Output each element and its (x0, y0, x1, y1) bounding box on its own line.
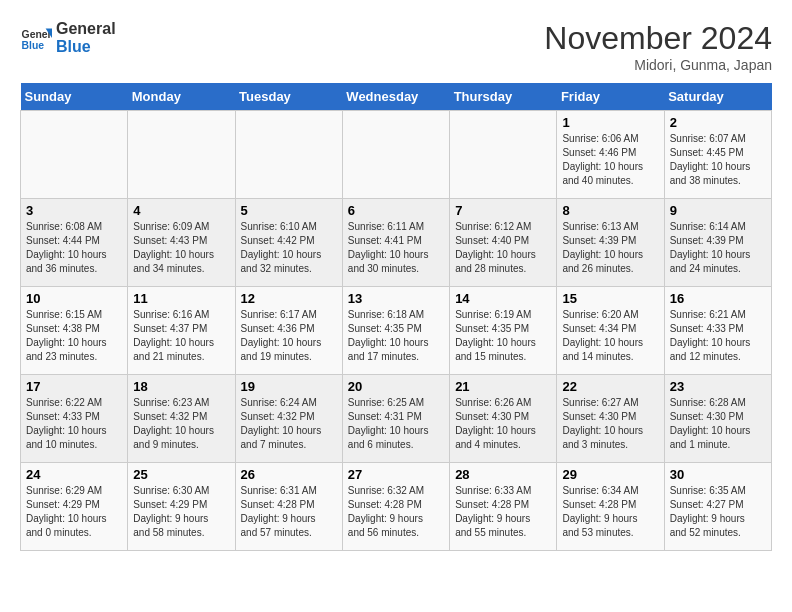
logo-line2: Blue (56, 38, 116, 56)
day-number: 25 (133, 467, 229, 482)
day-number: 6 (348, 203, 444, 218)
day-info: Sunrise: 6:30 AM Sunset: 4:29 PM Dayligh… (133, 484, 229, 540)
calendar-cell: 4Sunrise: 6:09 AM Sunset: 4:43 PM Daylig… (128, 199, 235, 287)
day-info: Sunrise: 6:31 AM Sunset: 4:28 PM Dayligh… (241, 484, 337, 540)
day-info: Sunrise: 6:27 AM Sunset: 4:30 PM Dayligh… (562, 396, 658, 452)
calendar-cell: 25Sunrise: 6:30 AM Sunset: 4:29 PM Dayli… (128, 463, 235, 551)
calendar-cell (450, 111, 557, 199)
day-number: 23 (670, 379, 766, 394)
day-number: 30 (670, 467, 766, 482)
logo-line1: General (56, 20, 116, 38)
calendar-week-2: 3Sunrise: 6:08 AM Sunset: 4:44 PM Daylig… (21, 199, 772, 287)
day-number: 16 (670, 291, 766, 306)
calendar-cell: 10Sunrise: 6:15 AM Sunset: 4:38 PM Dayli… (21, 287, 128, 375)
day-info: Sunrise: 6:35 AM Sunset: 4:27 PM Dayligh… (670, 484, 766, 540)
calendar-cell: 9Sunrise: 6:14 AM Sunset: 4:39 PM Daylig… (664, 199, 771, 287)
day-info: Sunrise: 6:13 AM Sunset: 4:39 PM Dayligh… (562, 220, 658, 276)
day-number: 9 (670, 203, 766, 218)
calendar-cell: 2Sunrise: 6:07 AM Sunset: 4:45 PM Daylig… (664, 111, 771, 199)
calendar-cell (128, 111, 235, 199)
day-info: Sunrise: 6:10 AM Sunset: 4:42 PM Dayligh… (241, 220, 337, 276)
calendar-cell: 14Sunrise: 6:19 AM Sunset: 4:35 PM Dayli… (450, 287, 557, 375)
day-info: Sunrise: 6:16 AM Sunset: 4:37 PM Dayligh… (133, 308, 229, 364)
day-number: 18 (133, 379, 229, 394)
day-info: Sunrise: 6:09 AM Sunset: 4:43 PM Dayligh… (133, 220, 229, 276)
calendar-cell: 6Sunrise: 6:11 AM Sunset: 4:41 PM Daylig… (342, 199, 449, 287)
day-info: Sunrise: 6:14 AM Sunset: 4:39 PM Dayligh… (670, 220, 766, 276)
calendar-cell: 18Sunrise: 6:23 AM Sunset: 4:32 PM Dayli… (128, 375, 235, 463)
day-number: 10 (26, 291, 122, 306)
day-info: Sunrise: 6:34 AM Sunset: 4:28 PM Dayligh… (562, 484, 658, 540)
day-number: 13 (348, 291, 444, 306)
weekday-header-monday: Monday (128, 83, 235, 111)
day-info: Sunrise: 6:23 AM Sunset: 4:32 PM Dayligh… (133, 396, 229, 452)
day-number: 12 (241, 291, 337, 306)
day-number: 3 (26, 203, 122, 218)
day-number: 24 (26, 467, 122, 482)
location: Midori, Gunma, Japan (544, 57, 772, 73)
calendar-cell (235, 111, 342, 199)
day-info: Sunrise: 6:28 AM Sunset: 4:30 PM Dayligh… (670, 396, 766, 452)
day-info: Sunrise: 6:20 AM Sunset: 4:34 PM Dayligh… (562, 308, 658, 364)
day-info: Sunrise: 6:06 AM Sunset: 4:46 PM Dayligh… (562, 132, 658, 188)
calendar-week-5: 24Sunrise: 6:29 AM Sunset: 4:29 PM Dayli… (21, 463, 772, 551)
day-number: 14 (455, 291, 551, 306)
weekday-header-thursday: Thursday (450, 83, 557, 111)
day-number: 17 (26, 379, 122, 394)
calendar-cell: 27Sunrise: 6:32 AM Sunset: 4:28 PM Dayli… (342, 463, 449, 551)
day-number: 19 (241, 379, 337, 394)
calendar-cell: 12Sunrise: 6:17 AM Sunset: 4:36 PM Dayli… (235, 287, 342, 375)
calendar-cell: 23Sunrise: 6:28 AM Sunset: 4:30 PM Dayli… (664, 375, 771, 463)
calendar-week-3: 10Sunrise: 6:15 AM Sunset: 4:38 PM Dayli… (21, 287, 772, 375)
day-number: 29 (562, 467, 658, 482)
calendar-cell: 16Sunrise: 6:21 AM Sunset: 4:33 PM Dayli… (664, 287, 771, 375)
calendar-cell: 13Sunrise: 6:18 AM Sunset: 4:35 PM Dayli… (342, 287, 449, 375)
day-number: 1 (562, 115, 658, 130)
calendar-cell: 8Sunrise: 6:13 AM Sunset: 4:39 PM Daylig… (557, 199, 664, 287)
weekday-row: SundayMondayTuesdayWednesdayThursdayFrid… (21, 83, 772, 111)
weekday-header-tuesday: Tuesday (235, 83, 342, 111)
day-number: 2 (670, 115, 766, 130)
calendar-cell (342, 111, 449, 199)
day-info: Sunrise: 6:11 AM Sunset: 4:41 PM Dayligh… (348, 220, 444, 276)
day-info: Sunrise: 6:26 AM Sunset: 4:30 PM Dayligh… (455, 396, 551, 452)
weekday-header-friday: Friday (557, 83, 664, 111)
calendar-cell: 30Sunrise: 6:35 AM Sunset: 4:27 PM Dayli… (664, 463, 771, 551)
day-info: Sunrise: 6:08 AM Sunset: 4:44 PM Dayligh… (26, 220, 122, 276)
calendar-cell: 11Sunrise: 6:16 AM Sunset: 4:37 PM Dayli… (128, 287, 235, 375)
day-number: 8 (562, 203, 658, 218)
day-number: 20 (348, 379, 444, 394)
calendar-cell: 26Sunrise: 6:31 AM Sunset: 4:28 PM Dayli… (235, 463, 342, 551)
page-header: General Blue General Blue November 2024 … (20, 20, 772, 73)
calendar-week-4: 17Sunrise: 6:22 AM Sunset: 4:33 PM Dayli… (21, 375, 772, 463)
month-title: November 2024 (544, 20, 772, 57)
day-number: 21 (455, 379, 551, 394)
day-info: Sunrise: 6:19 AM Sunset: 4:35 PM Dayligh… (455, 308, 551, 364)
day-info: Sunrise: 6:25 AM Sunset: 4:31 PM Dayligh… (348, 396, 444, 452)
calendar-cell: 20Sunrise: 6:25 AM Sunset: 4:31 PM Dayli… (342, 375, 449, 463)
day-info: Sunrise: 6:29 AM Sunset: 4:29 PM Dayligh… (26, 484, 122, 540)
calendar-cell: 3Sunrise: 6:08 AM Sunset: 4:44 PM Daylig… (21, 199, 128, 287)
calendar-cell: 21Sunrise: 6:26 AM Sunset: 4:30 PM Dayli… (450, 375, 557, 463)
calendar-cell: 19Sunrise: 6:24 AM Sunset: 4:32 PM Dayli… (235, 375, 342, 463)
day-info: Sunrise: 6:22 AM Sunset: 4:33 PM Dayligh… (26, 396, 122, 452)
title-block: November 2024 Midori, Gunma, Japan (544, 20, 772, 73)
calendar-cell: 7Sunrise: 6:12 AM Sunset: 4:40 PM Daylig… (450, 199, 557, 287)
calendar-cell (21, 111, 128, 199)
day-info: Sunrise: 6:33 AM Sunset: 4:28 PM Dayligh… (455, 484, 551, 540)
weekday-header-saturday: Saturday (664, 83, 771, 111)
day-number: 22 (562, 379, 658, 394)
calendar-cell: 24Sunrise: 6:29 AM Sunset: 4:29 PM Dayli… (21, 463, 128, 551)
logo-icon: General Blue (20, 22, 52, 54)
day-number: 27 (348, 467, 444, 482)
calendar-body: 1Sunrise: 6:06 AM Sunset: 4:46 PM Daylig… (21, 111, 772, 551)
day-number: 4 (133, 203, 229, 218)
day-number: 26 (241, 467, 337, 482)
day-info: Sunrise: 6:18 AM Sunset: 4:35 PM Dayligh… (348, 308, 444, 364)
day-info: Sunrise: 6:07 AM Sunset: 4:45 PM Dayligh… (670, 132, 766, 188)
calendar-cell: 28Sunrise: 6:33 AM Sunset: 4:28 PM Dayli… (450, 463, 557, 551)
svg-text:Blue: Blue (22, 40, 45, 51)
calendar-week-1: 1Sunrise: 6:06 AM Sunset: 4:46 PM Daylig… (21, 111, 772, 199)
day-info: Sunrise: 6:15 AM Sunset: 4:38 PM Dayligh… (26, 308, 122, 364)
day-number: 28 (455, 467, 551, 482)
